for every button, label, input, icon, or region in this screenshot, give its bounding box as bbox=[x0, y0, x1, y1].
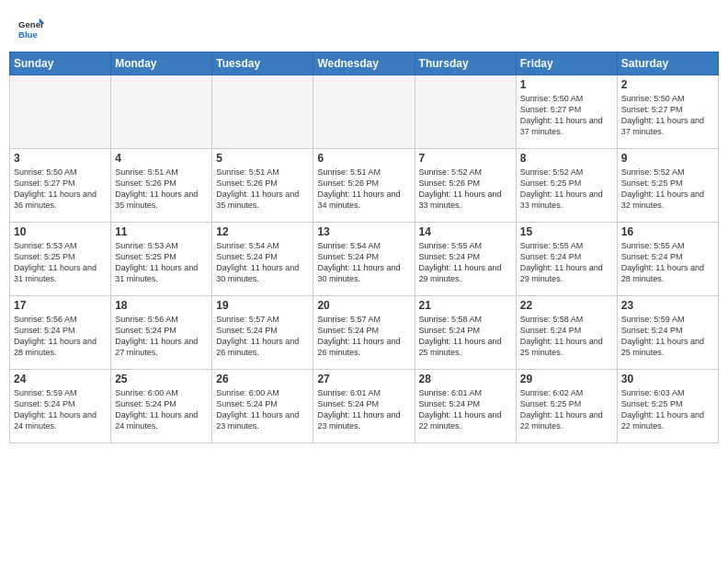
day-number: 3 bbox=[14, 152, 107, 165]
day-number: 23 bbox=[621, 299, 714, 312]
calendar-week-row: 1Sunrise: 5:50 AMSunset: 5:27 PMDaylight… bbox=[10, 75, 719, 149]
calendar-day-cell: 28Sunrise: 6:01 AMSunset: 5:24 PMDayligh… bbox=[415, 370, 516, 443]
calendar-day-cell: 16Sunrise: 5:55 AMSunset: 5:24 PMDayligh… bbox=[617, 223, 718, 296]
day-number: 19 bbox=[216, 299, 309, 312]
day-info: Sunrise: 5:50 AMSunset: 5:27 PMDaylight:… bbox=[14, 167, 107, 212]
calendar-day-cell: 10Sunrise: 5:53 AMSunset: 5:25 PMDayligh… bbox=[10, 223, 111, 296]
day-info: Sunrise: 5:57 AMSunset: 5:24 PMDaylight:… bbox=[317, 314, 410, 359]
calendar-day-cell bbox=[415, 75, 516, 149]
calendar-day-cell bbox=[313, 75, 415, 149]
calendar-day-cell: 22Sunrise: 5:58 AMSunset: 5:24 PMDayligh… bbox=[516, 296, 617, 370]
day-number: 14 bbox=[419, 225, 512, 238]
calendar-day-cell: 30Sunrise: 6:03 AMSunset: 5:25 PMDayligh… bbox=[617, 370, 718, 443]
day-number: 28 bbox=[419, 373, 512, 385]
calendar-day-cell: 6Sunrise: 5:51 AMSunset: 5:26 PMDaylight… bbox=[313, 149, 415, 223]
day-number: 18 bbox=[115, 299, 208, 312]
weekday-header: Thursday bbox=[415, 52, 516, 75]
day-info: Sunrise: 6:00 AMSunset: 5:24 PMDaylight:… bbox=[115, 387, 208, 432]
calendar-day-cell: 5Sunrise: 5:51 AMSunset: 5:26 PMDaylight… bbox=[212, 149, 313, 223]
calendar-day-cell: 3Sunrise: 5:50 AMSunset: 5:27 PMDaylight… bbox=[10, 149, 111, 223]
day-info: Sunrise: 5:51 AMSunset: 5:26 PMDaylight:… bbox=[115, 167, 208, 212]
calendar-day-cell: 15Sunrise: 5:55 AMSunset: 5:24 PMDayligh… bbox=[516, 223, 617, 296]
day-info: Sunrise: 5:51 AMSunset: 5:26 PMDaylight:… bbox=[216, 167, 309, 212]
day-number: 15 bbox=[520, 225, 613, 238]
day-number: 26 bbox=[216, 373, 309, 385]
weekday-header: Friday bbox=[516, 52, 617, 75]
day-info: Sunrise: 5:58 AMSunset: 5:24 PMDaylight:… bbox=[419, 314, 512, 359]
day-number: 24 bbox=[14, 373, 107, 385]
day-info: Sunrise: 5:56 AMSunset: 5:24 PMDaylight:… bbox=[115, 314, 208, 359]
calendar-day-cell bbox=[212, 75, 313, 149]
day-info: Sunrise: 6:03 AMSunset: 5:25 PMDaylight:… bbox=[621, 387, 714, 432]
day-info: Sunrise: 5:50 AMSunset: 5:27 PMDaylight:… bbox=[621, 93, 714, 138]
calendar-day-cell bbox=[10, 75, 111, 149]
calendar-day-cell: 18Sunrise: 5:56 AMSunset: 5:24 PMDayligh… bbox=[111, 296, 212, 370]
calendar-week-row: 10Sunrise: 5:53 AMSunset: 5:25 PMDayligh… bbox=[10, 223, 719, 296]
calendar-day-cell: 9Sunrise: 5:52 AMSunset: 5:25 PMDaylight… bbox=[617, 149, 718, 223]
day-info: Sunrise: 6:02 AMSunset: 5:25 PMDaylight:… bbox=[520, 387, 613, 432]
calendar-week-row: 24Sunrise: 5:59 AMSunset: 5:24 PMDayligh… bbox=[10, 370, 719, 443]
day-info: Sunrise: 5:53 AMSunset: 5:25 PMDaylight:… bbox=[14, 240, 107, 285]
day-number: 6 bbox=[317, 152, 410, 165]
day-number: 13 bbox=[317, 225, 410, 238]
calendar-day-cell: 8Sunrise: 5:52 AMSunset: 5:25 PMDaylight… bbox=[516, 149, 617, 223]
calendar-week-row: 17Sunrise: 5:56 AMSunset: 5:24 PMDayligh… bbox=[10, 296, 719, 370]
day-info: Sunrise: 6:01 AMSunset: 5:24 PMDaylight:… bbox=[317, 387, 410, 432]
calendar-day-cell: 13Sunrise: 5:54 AMSunset: 5:24 PMDayligh… bbox=[313, 223, 415, 296]
day-number: 4 bbox=[115, 152, 208, 165]
weekday-header: Monday bbox=[111, 52, 212, 75]
logo-icon: General Blue bbox=[18, 17, 44, 42]
calendar-day-cell: 29Sunrise: 6:02 AMSunset: 5:25 PMDayligh… bbox=[516, 370, 617, 443]
calendar-day-cell: 17Sunrise: 5:56 AMSunset: 5:24 PMDayligh… bbox=[10, 296, 111, 370]
calendar-day-cell: 25Sunrise: 6:00 AMSunset: 5:24 PMDayligh… bbox=[111, 370, 212, 443]
calendar-week-row: 3Sunrise: 5:50 AMSunset: 5:27 PMDaylight… bbox=[10, 149, 719, 223]
day-info: Sunrise: 5:55 AMSunset: 5:24 PMDaylight:… bbox=[520, 240, 613, 285]
day-info: Sunrise: 6:01 AMSunset: 5:24 PMDaylight:… bbox=[419, 387, 512, 432]
day-number: 5 bbox=[216, 152, 309, 165]
calendar-day-cell: 7Sunrise: 5:52 AMSunset: 5:26 PMDaylight… bbox=[415, 149, 516, 223]
weekday-header: Sunday bbox=[10, 52, 111, 75]
day-number: 11 bbox=[115, 225, 208, 238]
calendar-header-row: SundayMondayTuesdayWednesdayThursdayFrid… bbox=[10, 52, 719, 75]
day-info: Sunrise: 5:55 AMSunset: 5:24 PMDaylight:… bbox=[621, 240, 714, 285]
calendar-day-cell: 20Sunrise: 5:57 AMSunset: 5:24 PMDayligh… bbox=[313, 296, 415, 370]
calendar-day-cell: 26Sunrise: 6:00 AMSunset: 5:24 PMDayligh… bbox=[212, 370, 313, 443]
weekday-header: Wednesday bbox=[313, 52, 415, 75]
calendar-day-cell: 24Sunrise: 5:59 AMSunset: 5:24 PMDayligh… bbox=[10, 370, 111, 443]
calendar-day-cell: 11Sunrise: 5:53 AMSunset: 5:25 PMDayligh… bbox=[111, 223, 212, 296]
calendar-day-cell: 2Sunrise: 5:50 AMSunset: 5:27 PMDaylight… bbox=[617, 75, 718, 149]
calendar-day-cell: 21Sunrise: 5:58 AMSunset: 5:24 PMDayligh… bbox=[415, 296, 516, 370]
day-number: 17 bbox=[14, 299, 107, 312]
day-info: Sunrise: 5:52 AMSunset: 5:25 PMDaylight:… bbox=[621, 167, 714, 212]
day-number: 29 bbox=[520, 373, 613, 385]
day-info: Sunrise: 5:52 AMSunset: 5:25 PMDaylight:… bbox=[520, 167, 613, 212]
day-info: Sunrise: 5:59 AMSunset: 5:24 PMDaylight:… bbox=[14, 387, 107, 432]
day-info: Sunrise: 5:51 AMSunset: 5:26 PMDaylight:… bbox=[317, 167, 410, 212]
day-number: 7 bbox=[419, 152, 512, 165]
day-info: Sunrise: 5:54 AMSunset: 5:24 PMDaylight:… bbox=[317, 240, 410, 285]
day-number: 8 bbox=[520, 152, 613, 165]
weekday-header: Saturday bbox=[617, 52, 718, 75]
day-info: Sunrise: 5:53 AMSunset: 5:25 PMDaylight:… bbox=[115, 240, 208, 285]
day-info: Sunrise: 5:57 AMSunset: 5:24 PMDaylight:… bbox=[216, 314, 309, 359]
calendar-day-cell: 27Sunrise: 6:01 AMSunset: 5:24 PMDayligh… bbox=[313, 370, 415, 443]
calendar-day-cell bbox=[111, 75, 212, 149]
page-header: General Blue bbox=[9, 9, 719, 46]
calendar-day-cell: 1Sunrise: 5:50 AMSunset: 5:27 PMDaylight… bbox=[516, 75, 617, 149]
calendar-day-cell: 14Sunrise: 5:55 AMSunset: 5:24 PMDayligh… bbox=[415, 223, 516, 296]
day-number: 10 bbox=[14, 225, 107, 238]
day-info: Sunrise: 5:55 AMSunset: 5:24 PMDaylight:… bbox=[419, 240, 512, 285]
day-info: Sunrise: 5:59 AMSunset: 5:24 PMDaylight:… bbox=[621, 314, 714, 359]
day-info: Sunrise: 6:00 AMSunset: 5:24 PMDaylight:… bbox=[216, 387, 309, 432]
day-number: 21 bbox=[419, 299, 512, 312]
calendar-table: SundayMondayTuesdayWednesdayThursdayFrid… bbox=[9, 52, 719, 443]
day-number: 25 bbox=[115, 373, 208, 385]
calendar-day-cell: 23Sunrise: 5:59 AMSunset: 5:24 PMDayligh… bbox=[617, 296, 718, 370]
day-number: 9 bbox=[621, 152, 714, 165]
day-number: 22 bbox=[520, 299, 613, 312]
day-number: 30 bbox=[621, 373, 714, 385]
svg-text:Blue: Blue bbox=[18, 29, 38, 40]
logo: General Blue bbox=[18, 17, 44, 42]
day-info: Sunrise: 5:56 AMSunset: 5:24 PMDaylight:… bbox=[14, 314, 107, 359]
weekday-header: Tuesday bbox=[212, 52, 313, 75]
